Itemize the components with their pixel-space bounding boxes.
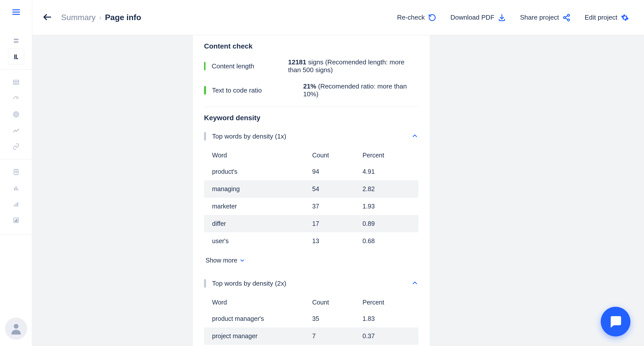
svg-rect-4 [14,41,18,43]
chevron-up-icon [411,132,418,140]
svg-line-12 [16,98,17,99]
sidebar [0,0,32,346]
col-percent-header: Percent [363,152,410,159]
density-2x-table: Word Count Percent product manager's 35 … [204,299,418,345]
download-pdf-label: Download PDF [450,14,494,21]
breadcrumb: Summary › Page info [61,13,141,22]
svg-rect-5 [14,55,15,59]
svg-rect-20 [16,186,17,190]
text-code-ratio-label: Text to code ratio [212,86,303,94]
svg-line-35 [565,18,568,19]
svg-line-18 [17,172,17,173]
density-2x-header[interactable]: Top words by density (2x) [204,279,418,288]
svg-rect-27 [16,220,16,222]
svg-rect-16 [14,169,18,175]
keyword-density-title: Keyword density [204,114,418,122]
edit-project-button[interactable]: Edit project [585,14,629,22]
svg-point-15 [16,114,16,115]
text-code-ratio-value: 21% (Recomended ratio: more than 10%) [303,82,418,98]
svg-rect-24 [17,202,18,207]
nav-page-info-icon[interactable] [8,49,24,65]
svg-rect-8 [13,80,19,84]
text-code-ratio-row: Text to code ratio 21% (Recomended ratio… [204,82,418,98]
col-count-header: Count [312,299,363,306]
content-length-row: Content length 12181 signs (Recomended l… [204,58,418,74]
svg-line-34 [565,16,568,17]
section-divider [204,107,418,107]
svg-rect-19 [14,188,15,191]
status-good-indicator [204,62,206,70]
col-count-header: Count [312,152,363,159]
main-panel: Content check Content length 12181 signs… [192,35,430,346]
svg-point-29 [14,324,19,329]
nav-table-icon[interactable] [8,74,24,90]
chevron-up-icon [411,279,418,287]
density-1x-header[interactable]: Top words by density (1x) [204,132,418,141]
status-neutral-indicator [204,279,206,288]
nav-separator [0,159,32,159]
density-1x-title: Top words by density (1x) [212,133,286,140]
download-pdf-button[interactable]: Download PDF [450,14,506,22]
nav-trend-icon[interactable] [8,122,24,139]
nav-separator [0,69,32,70]
breadcrumb-separator: › [99,14,101,22]
chevron-down-icon [239,257,245,264]
menu-toggle-button[interactable] [12,8,21,18]
user-avatar[interactable] [5,318,27,340]
breadcrumb-summary[interactable]: Summary [61,13,96,22]
share-project-button[interactable]: Share project [520,14,571,22]
status-good-indicator [204,86,206,95]
svg-rect-23 [16,203,17,207]
intercom-chat-button[interactable] [601,307,630,336]
col-word-header: Word [212,152,312,159]
show-more-button[interactable]: Show more [206,257,418,264]
nav-speed-icon[interactable] [8,90,24,106]
nav-link-icon[interactable] [8,139,24,155]
content-check-title: Content check [204,42,418,50]
nav-bars1-icon[interactable] [8,180,24,196]
share-icon [562,14,571,22]
refresh-icon [428,14,436,22]
table-row: marketer 37 1.93 [204,198,418,215]
back-button[interactable] [42,12,52,23]
nav-separator [0,235,32,235]
content-length-value: 12181 signs (Recomended length: more tha… [288,58,418,74]
density-2x-title: Top words by density (2x) [212,280,286,287]
header: Summary › Page info Re-check Download PD… [32,0,644,35]
status-neutral-indicator [204,132,206,141]
svg-rect-22 [14,205,15,206]
svg-rect-26 [15,221,15,222]
svg-point-7 [17,58,18,59]
download-icon [498,14,506,22]
recheck-button[interactable]: Re-check [397,14,436,22]
gear-icon [621,14,629,22]
share-project-label: Share project [520,14,559,21]
chat-icon [608,314,623,329]
breadcrumb-current: Page info [105,13,141,22]
table-row: user's 13 0.68 [204,232,418,250]
nav-doc-search-icon[interactable] [8,164,24,180]
nav-bars2-icon[interactable] [8,196,24,212]
content-length-label: Content length [212,62,288,70]
col-percent-header: Percent [363,299,410,306]
table-row: product's 94 4.91 [204,163,418,180]
recheck-label: Re-check [397,14,425,21]
nav-chart-box-icon[interactable] [8,212,24,228]
col-word-header: Word [212,299,312,306]
nav-target-icon[interactable] [8,106,24,122]
svg-rect-21 [17,189,18,190]
edit-project-label: Edit project [585,14,617,21]
svg-rect-3 [14,39,18,40]
density-1x-table: Word Count Percent product's 94 4.91 man… [204,152,418,250]
table-row: product manager's 35 1.83 [204,310,418,327]
table-row: project manager 7 0.37 [204,327,418,345]
table-row: managing 54 2.82 [204,180,418,198]
svg-rect-6 [16,55,17,59]
table-row: differ 17 0.89 [204,215,418,232]
svg-rect-28 [17,219,17,222]
nav-summary-icon[interactable] [8,33,24,49]
